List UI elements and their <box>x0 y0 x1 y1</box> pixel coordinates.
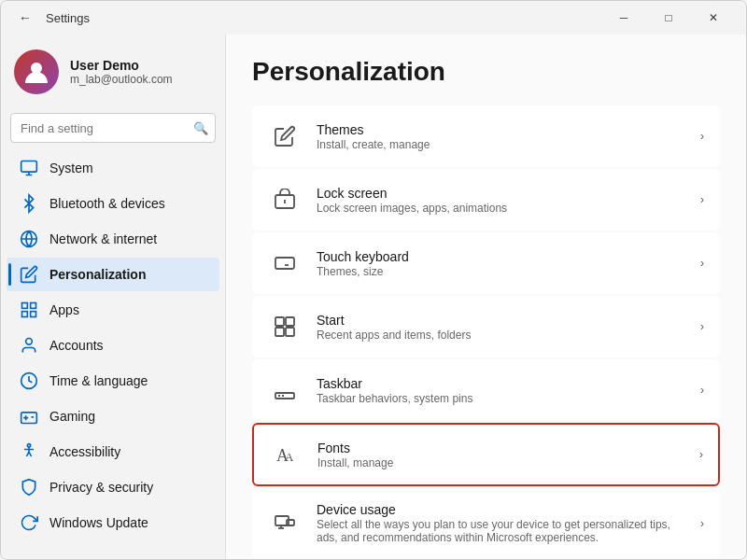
svg-point-7 <box>26 339 33 345</box>
start-arrow: › <box>700 320 704 333</box>
settings-list: Themes Install, create, manage › <box>252 105 720 558</box>
start-icon <box>268 310 302 343</box>
sidebar-item-accounts-label: Accounts <box>49 338 104 353</box>
right-panel: Personalization Themes Install, create, … <box>225 35 746 559</box>
window-controls: ─ □ ✕ <box>602 3 735 33</box>
search-icon: 🔍 <box>193 121 208 135</box>
device-usage-icon <box>268 507 302 540</box>
device-usage-arrow: › <box>700 517 704 530</box>
svg-rect-6 <box>31 312 36 317</box>
accounts-icon <box>20 336 38 355</box>
svg-rect-4 <box>31 303 36 309</box>
network-icon <box>20 230 38 248</box>
fonts-title: Fonts <box>317 441 684 455</box>
themes-subtitle: Install, create, manage <box>317 138 685 151</box>
window: ← Settings ─ □ ✕ User Demo m_lab@ou <box>0 0 747 560</box>
user-info: User Demo m_lab@outlook.com <box>70 58 212 86</box>
sidebar-item-bluetooth-label: Bluetooth & devices <box>49 196 165 211</box>
sidebar-item-apps[interactable]: Apps <box>7 293 219 327</box>
svg-rect-25 <box>286 328 294 336</box>
settings-item-themes[interactable]: Themes Install, create, manage › <box>252 105 720 167</box>
sidebar-item-update-label: Windows Update <box>49 515 148 530</box>
sidebar-item-accessibility-label: Accessibility <box>49 444 120 459</box>
close-button[interactable]: ✕ <box>692 3 735 33</box>
taskbar-text: Taskbar Taskbar behaviors, system pins <box>317 376 685 405</box>
settings-item-taskbar[interactable]: Taskbar Taskbar behaviors, system pins › <box>252 359 720 421</box>
page-title: Personalization <box>252 57 720 87</box>
themes-arrow: › <box>700 130 704 143</box>
fonts-icon: A A <box>269 438 303 471</box>
fonts-subtitle: Install, manage <box>317 456 684 469</box>
device-usage-title: Device usage <box>317 502 685 517</box>
taskbar-icon <box>268 373 302 407</box>
fonts-arrow: › <box>699 448 703 461</box>
start-subtitle: Recent apps and items, folders <box>317 329 685 342</box>
lock-screen-text: Lock screen Lock screen images, apps, an… <box>317 186 685 215</box>
apps-icon <box>20 301 38 319</box>
svg-rect-22 <box>275 317 284 326</box>
svg-rect-1 <box>21 161 37 173</box>
lock-screen-title: Lock screen <box>317 186 685 201</box>
svg-rect-13 <box>275 258 294 269</box>
themes-title: Themes <box>317 122 685 137</box>
sidebar-item-time-label: Time & language <box>49 373 148 388</box>
personalization-icon <box>20 265 38 284</box>
sidebar-item-network-label: Network & internet <box>49 231 157 246</box>
sidebar-item-gaming[interactable]: Gaming <box>7 399 219 433</box>
user-profile[interactable]: User Demo m_lab@outlook.com <box>1 35 225 109</box>
device-usage-subtitle: Select all the ways you plan to use your… <box>317 518 685 544</box>
start-title: Start <box>317 313 685 328</box>
svg-rect-5 <box>22 312 28 317</box>
update-icon <box>20 513 38 532</box>
gaming-icon <box>20 407 38 426</box>
time-icon <box>20 371 38 390</box>
sidebar-item-time[interactable]: Time & language <box>7 364 219 398</box>
settings-item-start[interactable]: Start Recent apps and items, folders › <box>252 296 720 357</box>
settings-item-lock-screen[interactable]: Lock screen Lock screen images, apps, an… <box>252 169 720 231</box>
search-input[interactable] <box>10 113 216 143</box>
sidebar-item-personalization[interactable]: Personalization <box>7 258 219 291</box>
taskbar-subtitle: Taskbar behaviors, system pins <box>317 392 685 405</box>
back-button[interactable]: ← <box>12 5 38 31</box>
avatar <box>14 49 59 94</box>
minimize-button[interactable]: ─ <box>602 3 645 33</box>
sidebar-item-accounts[interactable]: Accounts <box>7 329 219 362</box>
maximize-button[interactable]: □ <box>647 3 690 33</box>
accessibility-icon <box>20 442 38 461</box>
sidebar-item-update[interactable]: Windows Update <box>7 506 219 539</box>
touch-keyboard-icon <box>268 246 302 280</box>
touch-keyboard-text: Touch keyboard Themes, size <box>317 249 685 278</box>
window-title: Settings <box>46 11 90 25</box>
sidebar-item-network[interactable]: Network & internet <box>7 222 219 256</box>
touch-keyboard-arrow: › <box>700 257 704 270</box>
sidebar-item-system[interactable]: System <box>7 151 219 185</box>
settings-item-fonts[interactable]: A A Fonts Install, manage › <box>252 423 720 486</box>
sidebar-item-system-label: System <box>49 161 93 175</box>
sidebar-item-bluetooth[interactable]: Bluetooth & devices <box>7 187 219 220</box>
themes-text: Themes Install, create, manage <box>317 122 685 151</box>
svg-text:A: A <box>285 450 294 464</box>
sidebar-item-privacy-label: Privacy & security <box>49 480 153 495</box>
search-box: 🔍 <box>10 113 216 143</box>
svg-rect-23 <box>286 317 294 326</box>
touch-keyboard-subtitle: Themes, size <box>317 265 685 278</box>
taskbar-title: Taskbar <box>317 376 685 391</box>
title-bar-left: ← Settings <box>12 5 602 31</box>
themes-icon <box>268 119 302 153</box>
sidebar: User Demo m_lab@outlook.com 🔍 System <box>1 35 225 559</box>
lock-screen-arrow: › <box>700 193 704 206</box>
sidebar-item-accessibility[interactable]: Accessibility <box>7 435 219 469</box>
lock-screen-subtitle: Lock screen images, apps, animations <box>317 202 685 215</box>
touch-keyboard-title: Touch keyboard <box>317 249 685 264</box>
system-icon <box>20 159 38 177</box>
user-email: m_lab@outlook.com <box>70 73 212 86</box>
settings-item-touch-keyboard[interactable]: Touch keyboard Themes, size › <box>252 232 720 294</box>
user-name: User Demo <box>70 58 212 73</box>
settings-item-device-usage[interactable]: Device usage Select all the ways you pla… <box>252 488 720 558</box>
svg-point-10 <box>27 444 30 447</box>
privacy-icon <box>20 478 38 497</box>
lock-screen-icon <box>268 183 302 217</box>
sidebar-item-privacy[interactable]: Privacy & security <box>7 470 219 504</box>
svg-rect-3 <box>22 303 28 309</box>
bluetooth-icon <box>20 194 38 213</box>
